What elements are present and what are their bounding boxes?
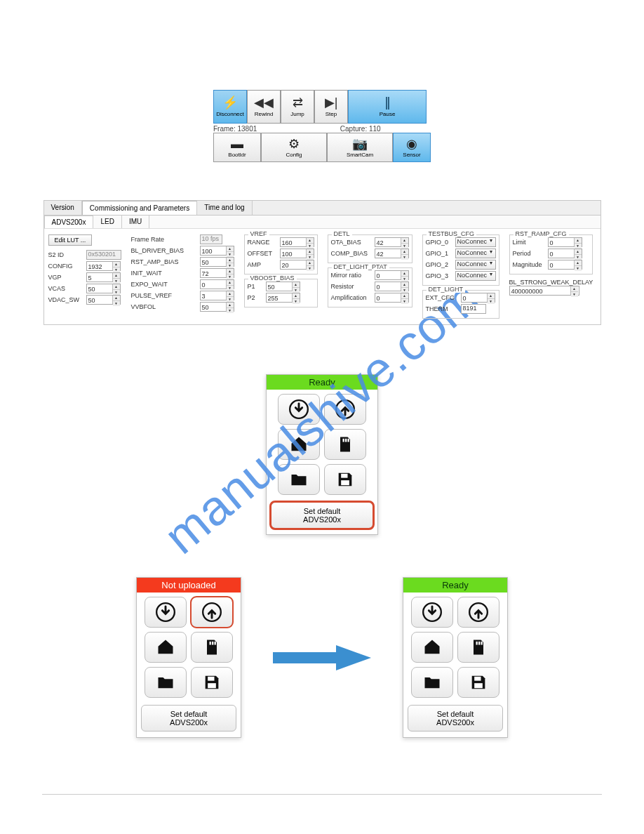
lens-icon: ◉ bbox=[406, 138, 417, 150]
vboost-group: VBOOST_BIAS P150▲▼ P2255▲▼ bbox=[244, 279, 318, 307]
download-button-3[interactable] bbox=[411, 597, 453, 628]
amplification-spinner[interactable]: 0▲▼ bbox=[375, 293, 409, 303]
limit-spinner[interactable]: 0▲▼ bbox=[548, 237, 582, 247]
subtab-led[interactable]: LED bbox=[93, 216, 121, 228]
p2-spinner[interactable]: 255▲▼ bbox=[266, 293, 300, 303]
set-default-button[interactable]: Set defaultADVS200x bbox=[271, 502, 373, 529]
download-icon bbox=[156, 602, 175, 622]
mirror-spinner[interactable]: 0▲▼ bbox=[375, 270, 409, 280]
vvbfol-spinner[interactable]: 50▲▼ bbox=[200, 302, 234, 312]
magnitude-spinner[interactable]: 0▲▼ bbox=[548, 260, 582, 270]
rewind-icon: ◀◀ bbox=[254, 96, 274, 109]
download-button[interactable] bbox=[278, 394, 320, 425]
gpio3-select[interactable]: NoConnec bbox=[455, 271, 496, 281]
svg-rect-4 bbox=[348, 439, 349, 442]
folder-button[interactable] bbox=[278, 464, 320, 495]
notuploaded-status: Not uploaded bbox=[137, 578, 241, 593]
tab-timelog[interactable]: Time and log bbox=[197, 201, 252, 215]
gpio1-select[interactable]: NoConnec bbox=[455, 249, 496, 258]
svg-rect-10 bbox=[212, 642, 213, 645]
tab-version[interactable]: Version bbox=[44, 201, 82, 215]
col-vref: VREF RANGE160▲▼ OFFSET100▲▼ AMP20▲▼ VBOO… bbox=[244, 234, 318, 307]
upload-button-highlighted[interactable] bbox=[191, 597, 233, 628]
pulsevref-spinner[interactable]: 3▲▼ bbox=[200, 291, 234, 300]
folder-button-2[interactable] bbox=[145, 667, 187, 698]
detlight-ptat-group: DET_LIGHT_PTAT Mirror ratio0▲▼ Resistor0… bbox=[328, 267, 412, 307]
strongweak-label: BL_STRONG_WEAK_DELAY bbox=[509, 279, 593, 286]
home-button-2[interactable] bbox=[145, 632, 187, 663]
svg-rect-9 bbox=[210, 642, 211, 645]
edit-lut-button[interactable]: Edit LUT ... bbox=[48, 234, 93, 246]
save-button-2[interactable] bbox=[191, 667, 233, 698]
step-button[interactable]: ▶|Step bbox=[314, 90, 348, 124]
folder-icon bbox=[289, 470, 309, 489]
subtab-advs[interactable]: ADVS200x bbox=[44, 216, 94, 228]
ready-panel-right: Ready Set defaultADVS200x bbox=[403, 577, 508, 738]
parameters-panel: Version Commissioning and Parameters Tim… bbox=[43, 200, 601, 325]
p1-spinner[interactable]: 50▲▼ bbox=[266, 282, 300, 291]
strongweak-spinner[interactable]: 400000000▲▼ bbox=[509, 286, 579, 296]
resistor-spinner[interactable]: 0▲▼ bbox=[375, 282, 409, 291]
ready-panel-large: Ready Set defaultADVS200x bbox=[266, 374, 378, 535]
sdcard-button[interactable] bbox=[324, 429, 366, 460]
disconnect-button[interactable]: ⚡Disconnect bbox=[213, 90, 247, 124]
gpio0-select[interactable]: NoConnec bbox=[455, 237, 496, 247]
therm-input[interactable]: 8191 bbox=[461, 304, 486, 314]
amp-spinner[interactable]: 20▲▼ bbox=[280, 260, 314, 270]
ready-status-2: Ready bbox=[403, 578, 507, 593]
vcas-spinner[interactable]: 50▲▼ bbox=[86, 284, 121, 293]
sdcard-button-2[interactable] bbox=[191, 632, 233, 663]
detl-group: DETL OTA_BIAS42▲▼ COMP_BIAS42▲▼ bbox=[328, 234, 412, 263]
save-button[interactable] bbox=[324, 464, 366, 495]
folder-button-3[interactable] bbox=[411, 667, 453, 698]
save-button-3[interactable] bbox=[457, 667, 499, 698]
range-spinner[interactable]: 160▲▼ bbox=[280, 237, 314, 247]
upload-button-3[interactable] bbox=[457, 597, 499, 628]
sensor-button[interactable]: ◉Sensor bbox=[393, 133, 431, 162]
floppy-icon bbox=[202, 673, 222, 692]
rewind-button[interactable]: ◀◀Rewind bbox=[247, 90, 281, 124]
vdacsw-spinner[interactable]: 50▲▼ bbox=[86, 295, 121, 305]
gpio2-select[interactable]: NoConnec bbox=[455, 260, 496, 270]
home-button[interactable] bbox=[278, 429, 320, 460]
svg-rect-13 bbox=[208, 683, 216, 688]
floppy-icon bbox=[335, 470, 355, 489]
initwait-spinner[interactable]: 72▲▼ bbox=[200, 268, 234, 278]
svg-rect-6 bbox=[341, 480, 349, 485]
svg-rect-20 bbox=[474, 683, 483, 688]
svg-rect-12 bbox=[208, 677, 214, 681]
home-button-3[interactable] bbox=[411, 632, 453, 663]
col-detl: DETL OTA_BIAS42▲▼ COMP_BIAS42▲▼ DET_LIGH… bbox=[328, 234, 412, 307]
pause-icon: ‖ bbox=[384, 96, 391, 109]
set-default-button-2[interactable]: Set defaultADVS200x bbox=[141, 705, 236, 732]
set-default-button-3[interactable]: Set defaultADVS200x bbox=[408, 705, 503, 732]
compbias-spinner[interactable]: 42▲▼ bbox=[375, 249, 409, 258]
bldriver-spinner[interactable]: 100▲▼ bbox=[200, 246, 234, 256]
expowait-spinner[interactable]: 0▲▼ bbox=[200, 279, 234, 289]
extcfg-spinner[interactable]: 0▲▼ bbox=[461, 293, 495, 303]
page-divider bbox=[42, 794, 602, 795]
tab-commissioning[interactable]: Commissioning and Parameters bbox=[82, 201, 197, 215]
rstamp-spinner[interactable]: 50▲▼ bbox=[200, 257, 234, 267]
bootldr-button[interactable]: ▬Bootldr bbox=[213, 133, 261, 162]
s2id-input: 0x530201 bbox=[86, 250, 121, 260]
arrow-icon bbox=[269, 642, 375, 673]
sdcard-button-3[interactable] bbox=[457, 632, 499, 663]
shuffle-icon: ⇄ bbox=[293, 96, 303, 109]
smartcam-button[interactable]: 📷SmartCam bbox=[327, 133, 393, 162]
otabias-spinner[interactable]: 42▲▼ bbox=[375, 237, 409, 247]
upload-button[interactable] bbox=[324, 394, 366, 425]
config-button[interactable]: ⚙Config bbox=[261, 133, 327, 162]
vgp-spinner[interactable]: 5▲▼ bbox=[86, 272, 121, 282]
chip-icon: ▬ bbox=[231, 138, 243, 150]
period-spinner[interactable]: 0▲▼ bbox=[548, 249, 582, 258]
testbus-group: TESTBUS_CFG GPIO_0NoConnec GPIO_1NoConne… bbox=[422, 234, 499, 286]
jump-button[interactable]: ⇄Jump bbox=[281, 90, 314, 124]
subtab-imu[interactable]: IMU bbox=[122, 216, 149, 228]
status-bar: Frame: 13801 Capture: 110 bbox=[213, 125, 431, 133]
offset-spinner[interactable]: 100▲▼ bbox=[280, 249, 314, 258]
pause-button[interactable]: ‖Pause bbox=[348, 90, 427, 124]
config-spinner[interactable]: 1932▲▼ bbox=[86, 261, 121, 271]
download-button-2[interactable] bbox=[145, 597, 187, 628]
svg-rect-5 bbox=[341, 474, 347, 478]
